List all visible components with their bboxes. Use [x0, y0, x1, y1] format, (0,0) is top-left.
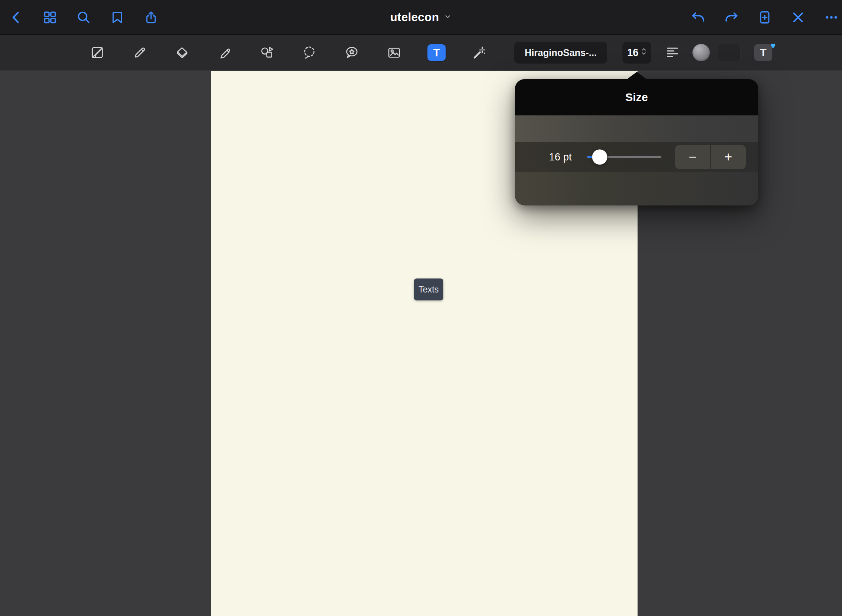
tool-laser-pointer[interactable] — [467, 40, 491, 65]
text-color-button[interactable] — [692, 44, 710, 61]
tool-image[interactable] — [382, 40, 406, 65]
align-left-icon — [665, 45, 680, 61]
popover-upper-band — [515, 115, 758, 142]
grid-icon — [43, 10, 57, 25]
search-icon — [76, 10, 91, 25]
tool-read-mode[interactable] — [85, 40, 109, 65]
lasso-icon — [301, 45, 317, 61]
text-style-glyph: T — [760, 47, 766, 59]
tools-toolbar: T HiraginoSans-... 16 — [0, 35, 842, 70]
sticker-star-balloon-icon — [344, 45, 360, 61]
font-size-button[interactable]: 16 — [622, 42, 651, 64]
popover-lower-band — [515, 172, 758, 205]
document-title-button[interactable]: utelecon — [390, 0, 452, 34]
size-slider-thumb[interactable] — [592, 149, 607, 165]
heart-icon: ♥ — [770, 40, 776, 51]
tool-elements[interactable] — [340, 40, 364, 65]
close-icon — [791, 10, 805, 25]
text-tool-icon: T — [427, 44, 446, 61]
bookmarks-button[interactable] — [107, 7, 128, 28]
redo-button[interactable] — [721, 7, 742, 28]
share-icon — [144, 10, 158, 25]
tool-lasso[interactable] — [297, 40, 321, 65]
undo-icon — [691, 10, 705, 25]
size-slider[interactable] — [587, 149, 661, 165]
selected-text-object[interactable]: Texts — [414, 278, 443, 300]
undo-button[interactable] — [688, 7, 709, 28]
topbar-left-group — [6, 0, 162, 34]
text-tool-glyph: T — [433, 47, 440, 59]
tool-text[interactable]: T — [424, 40, 449, 65]
font-size-value: 16 — [627, 47, 638, 59]
tool-highlighter[interactable] — [212, 40, 237, 65]
top-navigation-bar: utelecon — [0, 0, 842, 35]
read-mode-icon — [89, 45, 105, 61]
favorite-text-style-button[interactable]: T ♥ — [754, 44, 772, 61]
font-button-label: HiraginoSans-... — [525, 47, 597, 58]
text-format-controls: HiraginoSans-... 16 T ♥ — [514, 35, 842, 70]
ellipsis-icon — [824, 10, 839, 25]
tool-eraser[interactable] — [170, 40, 194, 65]
highlighter-icon — [217, 45, 232, 61]
redo-icon — [724, 10, 739, 25]
shapes-icon — [259, 45, 275, 61]
size-decrease-button[interactable]: − — [675, 145, 710, 169]
eraser-icon — [174, 45, 190, 61]
size-slider-row: 16 pt − + — [515, 142, 758, 172]
pen-icon — [132, 45, 148, 61]
laser-pointer-icon — [471, 45, 487, 61]
size-popover: Size 16 pt − + — [515, 79, 758, 205]
topbar-right-group — [688, 0, 842, 34]
add-page-button[interactable] — [754, 7, 775, 28]
text-align-button[interactable] — [662, 42, 683, 63]
tool-pen[interactable] — [128, 40, 152, 65]
back-chevron-icon — [9, 10, 23, 25]
search-button[interactable] — [73, 7, 94, 28]
current-size-label: 16 pt — [515, 151, 572, 163]
font-button[interactable]: HiraginoSans-... — [514, 42, 607, 64]
title-chevron-down-icon — [444, 12, 452, 22]
share-button[interactable] — [140, 7, 162, 28]
popover-title: Size — [625, 91, 648, 104]
chevron-up-down-icon — [641, 47, 647, 59]
close-button[interactable] — [787, 7, 809, 28]
back-button[interactable] — [6, 7, 27, 28]
tool-buttons-group: T — [85, 35, 491, 70]
add-page-icon — [758, 10, 772, 25]
size-increase-button[interactable]: + — [711, 145, 746, 169]
size-stepper: − + — [675, 145, 746, 169]
document-title: utelecon — [390, 11, 439, 24]
popover-arrow — [627, 72, 647, 79]
more-button[interactable] — [821, 7, 842, 28]
background-color-swatch[interactable] — [718, 44, 741, 61]
bookmark-icon — [110, 10, 125, 25]
popover-header: Size — [515, 79, 758, 115]
image-icon — [386, 45, 402, 61]
tool-shapes[interactable] — [255, 40, 279, 65]
notes-app-window: utelecon — [0, 0, 842, 616]
pages-overview-button[interactable] — [39, 7, 61, 28]
